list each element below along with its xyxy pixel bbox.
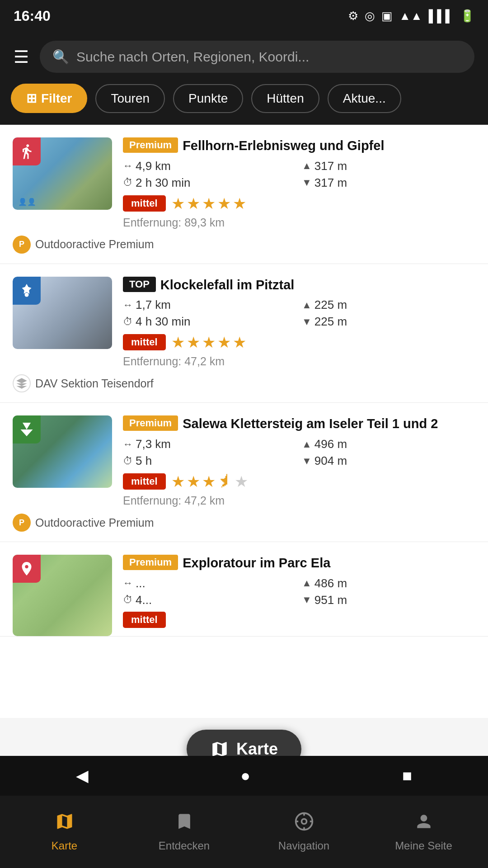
nav-item-navigation[interactable]: Navigation	[244, 811, 364, 852]
elevation-up-stat: ▲ 225 m	[302, 298, 475, 312]
header: ☰ 🔍 Suche nach Orten, Regionen, Koordi..…	[0, 32, 488, 84]
signal-icon: ▌▌▌	[429, 9, 454, 23]
rating-row: mittel ★ ★ ★ ⯨ ★	[123, 472, 475, 491]
chip-touren[interactable]: Touren	[95, 84, 165, 113]
tour-thumbnail	[13, 415, 112, 488]
provider-row: P Outdooractive Premium	[13, 514, 475, 532]
nav-label-meine-seite: Meine Seite	[395, 840, 452, 852]
wifi-icon: ▲▲	[399, 9, 422, 23]
home-button[interactable]: ●	[240, 766, 250, 785]
stars: ★ ★ ★ ⯨ ★	[171, 472, 248, 491]
filter-label: Filter	[41, 91, 72, 106]
duration-stat: ⏱ 5 h	[123, 454, 296, 468]
stars: ★ ★ ★ ★ ★	[171, 194, 246, 212]
star-1: ★	[171, 194, 185, 212]
karte-nav-icon	[55, 811, 75, 836]
chip-aktue[interactable]: Aktue...	[328, 84, 401, 113]
nav-item-karte[interactable]: Karte	[5, 811, 124, 852]
settings-icon: ⚙	[348, 9, 358, 23]
nav-item-meine-seite[interactable]: Meine Seite	[364, 811, 483, 852]
android-nav-bar: ◀ ● ■	[0, 756, 488, 796]
elevation-down-stat: ▼ 904 m	[302, 454, 475, 468]
activity-badge	[13, 555, 41, 583]
nav-item-entdecken[interactable]: Entdecken	[124, 811, 244, 852]
menu-button[interactable]: ☰	[14, 48, 29, 66]
rating-row: mittel ★ ★ ★ ★ ★	[123, 333, 475, 351]
distance-stat: ↔ 7,3 km	[123, 437, 296, 451]
star-4: ★	[217, 194, 231, 212]
top-badge: TOP	[123, 277, 156, 292]
star-2: ★	[187, 194, 200, 212]
entfernung: Entfernung: 89,3 km	[123, 216, 475, 229]
tour-card[interactable]: 👤👤 Premium Fellhorn-Erlebnisweg und Gipf…	[0, 125, 488, 264]
entdecken-nav-icon	[174, 811, 194, 836]
tour-thumbnail	[13, 277, 112, 349]
tour-info: Premium Fellhorn-Erlebnisweg und Gipfel …	[123, 137, 475, 233]
filter-icon: ⊞	[26, 91, 37, 106]
star-3: ★	[202, 194, 216, 212]
filter-button[interactable]: ⊞ Filter	[11, 84, 87, 113]
nav-label-entdecken: Entdecken	[159, 840, 210, 852]
elevation-down-icon: ▼	[302, 177, 312, 189]
rating-row: mittel	[123, 612, 475, 628]
elevation-up-icon: ▲	[302, 160, 312, 172]
tour-thumbnail	[13, 555, 112, 636]
activity-badge	[13, 137, 41, 165]
rating-row: mittel ★ ★ ★ ★ ★	[123, 194, 475, 212]
back-button[interactable]: ◀	[76, 766, 89, 785]
difficulty-badge: mittel	[123, 334, 166, 350]
activity-badge	[13, 277, 41, 305]
status-bar: 16:40 ⚙ ◎ ▣ ▲▲ ▌▌▌ 🔋	[0, 0, 488, 32]
activity-badge	[13, 415, 41, 443]
distance-stat: ↔ 4,9 km	[123, 159, 296, 173]
duration-icon: ⏱	[123, 177, 133, 189]
tour-info: TOP Klockelefall im Pitztal ↔ 1,7 km ▲ 2…	[123, 277, 475, 372]
tour-card[interactable]: Premium Salewa Klettersteig am Iseler Te…	[0, 403, 488, 542]
status-icons: ⚙ ◎ ▣ ▲▲ ▌▌▌ 🔋	[348, 9, 474, 23]
tour-title: Salewa Klettersteig am Iseler Teil 1 und…	[183, 415, 438, 433]
svg-point-2	[301, 819, 306, 824]
elevation-up-stat: ▲ 317 m	[302, 159, 475, 173]
nav-label-karte: Karte	[52, 840, 77, 852]
provider-row: P Outdooractive Premium	[13, 236, 475, 254]
tour-card[interactable]: Premium Exploratour im Parc Ela ↔ ... ▲ …	[0, 542, 488, 637]
provider-row: DAV Sektion Teisendorf	[13, 374, 475, 392]
stars: ★ ★ ★ ★ ★	[171, 333, 246, 351]
elevation-up-stat: ▲ 496 m	[302, 437, 475, 451]
tour-title: Exploratour im Parc Ela	[183, 555, 330, 572]
svg-point-0	[25, 292, 29, 297]
entfernung: Entfernung: 47,2 km	[123, 494, 475, 507]
difficulty-badge: mittel	[123, 473, 166, 490]
provider-name: DAV Sektion Teisendorf	[35, 377, 154, 390]
tour-title: Fellhorn-Erlebnisweg und Gipfel	[183, 137, 384, 155]
provider-icon	[13, 374, 31, 392]
content: 👤👤 Premium Fellhorn-Erlebnisweg und Gipf…	[0, 125, 488, 718]
provider-name: Outdooractive Premium	[35, 516, 154, 529]
search-bar[interactable]: 🔍 Suche nach Orten, Regionen, Koordi...	[40, 41, 474, 73]
bottom-nav: Karte Entdecken Navigation Meine Seite	[0, 796, 488, 868]
chip-punkte[interactable]: Punkte	[173, 84, 243, 113]
premium-badge: Premium	[123, 555, 178, 570]
battery-icon: 🔋	[460, 9, 474, 23]
nav-label-navigation: Navigation	[278, 840, 329, 852]
tour-card[interactable]: TOP Klockelefall im Pitztal ↔ 1,7 km ▲ 2…	[0, 264, 488, 403]
duration-stat: ⏱ 2 h 30 min	[123, 176, 296, 190]
distance-icon: ↔	[123, 160, 133, 172]
tour-stats: ↔ 1,7 km ▲ 225 m ⏱ 4 h 30 min ▼ 225 m	[123, 298, 475, 329]
provider-icon: P	[13, 514, 31, 532]
meine-seite-nav-icon	[414, 811, 434, 836]
entfernung: Entfernung: 47,2 km	[123, 355, 475, 368]
distance-stat: ↔ 1,7 km	[123, 298, 296, 312]
recents-button[interactable]: ■	[402, 766, 412, 785]
tour-thumbnail: 👤👤	[13, 137, 112, 210]
status-time: 16:40	[14, 8, 51, 24]
chip-huetten[interactable]: Hütten	[251, 84, 319, 113]
search-input[interactable]: Suche nach Orten, Regionen, Koordi...	[76, 49, 309, 65]
elevation-down-stat: ▼ 225 m	[302, 315, 475, 329]
location-icon: ◎	[365, 9, 375, 23]
difficulty-badge: mittel	[123, 612, 166, 628]
difficulty-badge: mittel	[123, 195, 166, 212]
navigation-nav-icon	[294, 811, 314, 836]
provider-name: Outdooractive Premium	[35, 238, 154, 251]
storage-icon: ▣	[381, 9, 393, 23]
